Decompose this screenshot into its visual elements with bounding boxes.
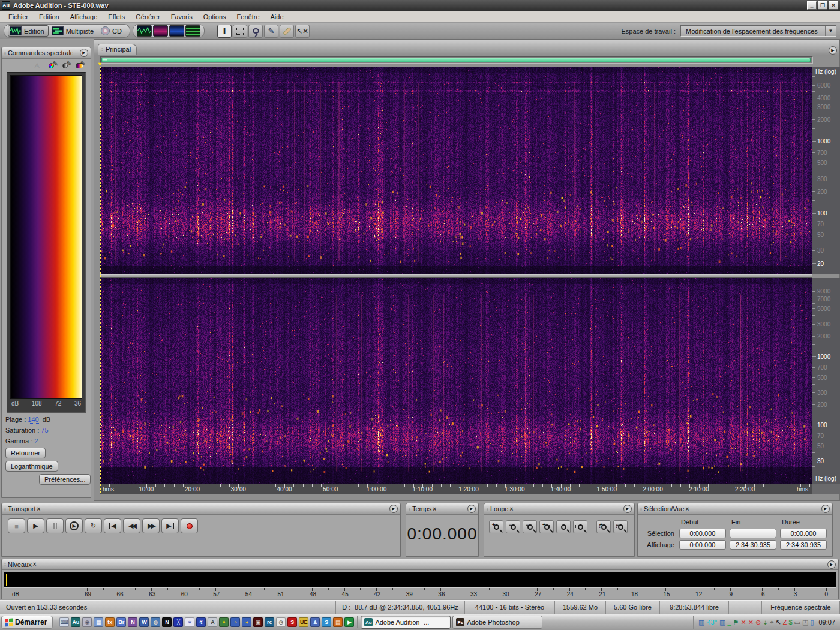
loupe-zoom-selection-end-button[interactable]: [573, 520, 587, 533]
quick-launch-x-app-icon[interactable]: ╳: [173, 617, 183, 627]
time-field[interactable]: 2:34:30.935: [730, 540, 776, 550]
close-icon[interactable]: ×: [685, 506, 689, 512]
tray-flag-icon[interactable]: ⚑: [733, 618, 739, 626]
panel-grip[interactable]: ⁞⁞: [101, 47, 103, 52]
transport-stop-button[interactable]: ■: [8, 518, 25, 533]
tray-download-icon[interactable]: ⇣: [763, 618, 768, 626]
spectral-panel-header[interactable]: ⁞⁞ Commandes spectrales ▶: [2, 47, 91, 59]
panel-menu-icon[interactable]: ▶: [467, 505, 476, 513]
minimize-button[interactable]: _: [807, 1, 817, 10]
mode-button-multipiste[interactable]: Multipiste: [50, 25, 98, 37]
color-pen-icon-2[interactable]: ✎: [62, 61, 72, 69]
tray-network-off-1-icon[interactable]: ✕: [740, 618, 746, 626]
tray-gpu-monitor-icon[interactable]: ▥: [719, 618, 725, 626]
quick-launch-doc-a-icon[interactable]: A: [208, 617, 217, 627]
loupe-header[interactable]: ⁞⁞ Loupe × ▶: [484, 503, 634, 515]
quick-launch-camera-app-icon[interactable]: ▣: [253, 617, 263, 627]
frequency-axis-top[interactable]: Hz (log)60004000300020001000700500300200…: [812, 67, 840, 274]
quick-launch-rc-app-icon[interactable]: rc: [265, 617, 274, 627]
tray-pointer-icon[interactable]: ⌖: [770, 618, 773, 626]
quick-launch-user-app-icon[interactable]: ♟: [310, 617, 320, 627]
tool-button-brush[interactable]: ✎: [264, 25, 278, 38]
quick-launch-star-app-icon[interactable]: ✶: [185, 617, 194, 627]
tray-money-icon[interactable]: $: [788, 618, 792, 626]
color-pen-icon-1[interactable]: ✎: [49, 61, 58, 69]
tray-icon-meter[interactable]: ▥: [698, 618, 704, 626]
playhead-line[interactable]: [100, 67, 101, 494]
loupe-zoom-in-horizontal-button[interactable]: +: [489, 520, 503, 533]
view-mode-button-3[interactable]: [169, 25, 184, 37]
restore-button[interactable]: ❐: [818, 1, 827, 10]
transport-play-button[interactable]: ▶: [27, 518, 44, 533]
spectrogram-right-channel[interactable]: [100, 278, 812, 484]
time-field[interactable]: 0:00.000: [679, 529, 726, 538]
quick-launch-tools-app-icon[interactable]: ✦: [219, 617, 229, 627]
quick-launch-globe-2-icon[interactable]: ◕: [242, 617, 251, 627]
close-icon[interactable]: ×: [37, 506, 41, 512]
quick-launch-globe-1-icon[interactable]: ◔: [230, 617, 240, 627]
clock[interactable]: 09:07: [818, 619, 835, 626]
quick-launch-keyboard-icon[interactable]: ⌨: [59, 617, 69, 627]
temps-header[interactable]: ⁞⁞ Temps × ▶: [406, 503, 478, 515]
start-button[interactable]: Démarrer: [1, 616, 53, 629]
tool-button-marquee[interactable]: [233, 25, 247, 38]
loupe-zoom-to-selection-button[interactable]: +: [539, 520, 554, 533]
quick-launch-play-app-icon[interactable]: ▶: [344, 617, 354, 627]
close-icon[interactable]: ×: [33, 561, 37, 568]
transport-go-to-start-button[interactable]: ◀: [104, 518, 121, 533]
panel-menu-icon[interactable]: ▶: [623, 505, 632, 513]
field-value[interactable]: 2: [34, 437, 38, 445]
view-mode-button-2[interactable]: [153, 25, 168, 37]
chevron-down-icon[interactable]: ▼: [825, 26, 836, 36]
view-mode-button-1[interactable]: [137, 25, 152, 37]
tray-network-off-2-icon[interactable]: ✕: [748, 618, 754, 626]
transport-record-button[interactable]: [181, 518, 198, 533]
tool-button-healing[interactable]: [280, 25, 294, 38]
quick-launch-bridge-icon[interactable]: Br: [116, 617, 126, 627]
transport-header[interactable]: ⁞⁞ Transport × ▶: [2, 503, 400, 515]
retourner-button[interactable]: Retourner: [5, 448, 46, 458]
quick-launch-sbp-app-icon[interactable]: S: [287, 617, 297, 627]
quick-launch-media-player-icon[interactable]: ◉: [82, 617, 92, 627]
quick-launch-notepad-icon[interactable]: N: [162, 617, 172, 627]
tray-power-alert-icon[interactable]: Z: [783, 618, 787, 626]
panel-menu-icon[interactable]: ▶: [389, 505, 398, 513]
menu-item-edition[interactable]: Edition: [34, 12, 64, 22]
quick-launch-word-icon[interactable]: W: [139, 617, 149, 627]
quick-launch-bolt-app-icon[interactable]: ↯: [196, 617, 206, 627]
quick-launch-fx-app-icon[interactable]: fx: [105, 617, 115, 627]
task-button-photoshop-task[interactable]: PsAdobe Photoshop: [452, 616, 542, 629]
gradient-pen-icon[interactable]: ✎: [76, 61, 86, 69]
tray-terminal-icon[interactable]: ▭: [794, 618, 800, 626]
tray-volume-bar-icon[interactable]: _: [727, 618, 731, 626]
transport-play-from-cursor-button[interactable]: ▶: [65, 518, 83, 533]
loupe-zoom-out-vertical-button[interactable]: ↕−: [613, 520, 628, 533]
time-field[interactable]: [730, 529, 776, 538]
channel-divider[interactable]: [100, 274, 812, 278]
title-bar[interactable]: Au Adobe Audition - STE-000.wav _ ❐ ✕: [0, 0, 840, 11]
spectral-colorbar[interactable]: [10, 75, 82, 399]
close-icon[interactable]: ×: [433, 506, 436, 512]
frequency-axis-bottom[interactable]: Hz (log)90007000500030002000100070050030…: [812, 278, 840, 484]
quick-launch-onenote-icon[interactable]: N: [128, 617, 137, 627]
spectrogram-left-channel[interactable]: [100, 67, 812, 274]
menu-item-gnrer[interactable]: Générer: [131, 12, 164, 22]
menu-item-affichage[interactable]: Affichage: [65, 12, 103, 22]
task-button-audition-task[interactable]: AuAdobe Audition -...: [361, 616, 451, 629]
transport-fast-forward-button[interactable]: ▶▶: [142, 518, 160, 533]
time-field[interactable]: 2:34:30.935: [780, 540, 827, 550]
menu-item-options[interactable]: Options: [199, 12, 231, 22]
panel-menu-icon[interactable]: ▶: [821, 505, 830, 513]
prfrences-button[interactable]: Préférences...: [39, 474, 91, 485]
view-mode-button-4[interactable]: [185, 25, 200, 37]
mode-button-edition[interactable]: Edition: [8, 25, 49, 37]
close-button[interactable]: ✕: [829, 1, 838, 10]
menu-item-favoris[interactable]: Favoris: [166, 12, 197, 22]
quick-launch-ue-app-icon[interactable]: UE: [299, 617, 308, 627]
transport-loop-play-button[interactable]: ↻: [85, 518, 102, 533]
panel-menu-icon[interactable]: ▶: [80, 49, 88, 57]
quick-launch-clock-app-icon[interactable]: ◷: [276, 617, 286, 627]
quick-launch-audition-icon[interactable]: Au: [71, 617, 80, 627]
tool-button-lasso[interactable]: [248, 25, 263, 38]
tool-button-ibeam[interactable]: I: [217, 25, 232, 38]
